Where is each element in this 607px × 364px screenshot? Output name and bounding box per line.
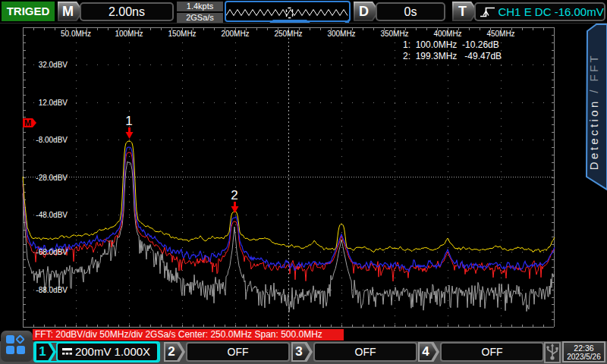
svg-text:Detection / FFT: Detection / FFT <box>587 53 600 170</box>
svg-text:1: 1 <box>125 114 132 128</box>
svg-text:2: 2 <box>231 188 237 202</box>
svg-text:M: M <box>24 118 31 127</box>
